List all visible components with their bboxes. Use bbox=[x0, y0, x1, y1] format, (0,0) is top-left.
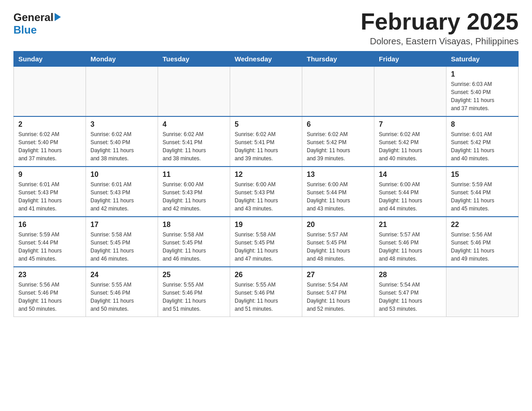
day-info: Sunrise: 5:59 AM Sunset: 5:44 PM Dayligh… bbox=[451, 180, 514, 213]
calendar-day-cell: 4Sunrise: 6:02 AM Sunset: 5:41 PM Daylig… bbox=[158, 116, 230, 167]
day-info: Sunrise: 6:00 AM Sunset: 5:44 PM Dayligh… bbox=[307, 180, 369, 213]
day-info: Sunrise: 5:54 AM Sunset: 5:47 PM Dayligh… bbox=[307, 281, 369, 313]
calendar-day-cell: 19Sunrise: 5:58 AM Sunset: 5:45 PM Dayli… bbox=[230, 217, 302, 267]
calendar-title: February 2025 bbox=[360, 9, 519, 34]
day-number: 1 bbox=[451, 70, 514, 78]
day-info: Sunrise: 6:02 AM Sunset: 5:42 PM Dayligh… bbox=[307, 130, 369, 163]
header-sunday: Sunday bbox=[14, 51, 86, 67]
calendar-day-cell: 3Sunrise: 6:02 AM Sunset: 5:40 PM Daylig… bbox=[86, 116, 158, 167]
header-monday: Monday bbox=[86, 51, 158, 67]
day-number: 11 bbox=[163, 171, 225, 179]
day-number: 19 bbox=[235, 221, 297, 229]
calendar-week-row: 1Sunrise: 6:03 AM Sunset: 5:40 PM Daylig… bbox=[14, 67, 519, 117]
day-info: Sunrise: 6:02 AM Sunset: 5:42 PM Dayligh… bbox=[379, 130, 442, 163]
day-info: Sunrise: 6:02 AM Sunset: 5:41 PM Dayligh… bbox=[163, 130, 225, 163]
calendar-day-cell: 14Sunrise: 6:00 AM Sunset: 5:44 PM Dayli… bbox=[374, 167, 446, 217]
day-info: Sunrise: 5:59 AM Sunset: 5:44 PM Dayligh… bbox=[18, 231, 81, 263]
logo-blue: Blue bbox=[13, 24, 37, 36]
calendar-week-row: 2Sunrise: 6:02 AM Sunset: 5:40 PM Daylig… bbox=[14, 116, 519, 167]
calendar-day-cell bbox=[302, 67, 374, 117]
calendar-day-cell bbox=[14, 67, 86, 117]
calendar-day-cell: 27Sunrise: 5:54 AM Sunset: 5:47 PM Dayli… bbox=[302, 267, 374, 317]
header-tuesday: Tuesday bbox=[158, 51, 230, 67]
day-number: 10 bbox=[90, 171, 153, 179]
day-info: Sunrise: 5:54 AM Sunset: 5:47 PM Dayligh… bbox=[379, 281, 442, 313]
calendar-day-cell bbox=[446, 267, 519, 317]
calendar-day-cell: 7Sunrise: 6:02 AM Sunset: 5:42 PM Daylig… bbox=[374, 116, 446, 167]
day-number: 14 bbox=[379, 171, 442, 179]
calendar-day-cell: 13Sunrise: 6:00 AM Sunset: 5:44 PM Dayli… bbox=[302, 167, 374, 217]
day-number: 17 bbox=[90, 221, 153, 229]
calendar-day-cell bbox=[230, 67, 302, 117]
header-saturday: Saturday bbox=[446, 51, 519, 67]
day-info: Sunrise: 6:02 AM Sunset: 5:41 PM Dayligh… bbox=[235, 130, 297, 163]
day-info: Sunrise: 6:01 AM Sunset: 5:42 PM Dayligh… bbox=[451, 130, 514, 163]
calendar-day-cell bbox=[158, 67, 230, 117]
calendar-week-row: 16Sunrise: 5:59 AM Sunset: 5:44 PM Dayli… bbox=[14, 217, 519, 267]
day-info: Sunrise: 6:00 AM Sunset: 5:44 PM Dayligh… bbox=[379, 180, 442, 213]
calendar-day-cell: 15Sunrise: 5:59 AM Sunset: 5:44 PM Dayli… bbox=[446, 167, 519, 217]
day-info: Sunrise: 5:55 AM Sunset: 5:46 PM Dayligh… bbox=[90, 281, 153, 313]
calendar-week-row: 9Sunrise: 6:01 AM Sunset: 5:43 PM Daylig… bbox=[14, 167, 519, 217]
calendar-day-cell: 17Sunrise: 5:58 AM Sunset: 5:45 PM Dayli… bbox=[86, 217, 158, 267]
day-info: Sunrise: 5:58 AM Sunset: 5:45 PM Dayligh… bbox=[235, 231, 297, 263]
calendar-day-cell: 9Sunrise: 6:01 AM Sunset: 5:43 PM Daylig… bbox=[14, 167, 86, 217]
day-number: 7 bbox=[379, 120, 442, 128]
logo: General Blue bbox=[13, 9, 61, 36]
day-number: 24 bbox=[90, 271, 153, 279]
day-number: 16 bbox=[18, 221, 81, 229]
calendar-day-cell: 18Sunrise: 5:58 AM Sunset: 5:45 PM Dayli… bbox=[158, 217, 230, 267]
day-number: 12 bbox=[235, 171, 297, 179]
calendar-day-cell bbox=[374, 67, 446, 117]
day-number: 4 bbox=[163, 120, 225, 128]
calendar-day-cell: 23Sunrise: 5:56 AM Sunset: 5:46 PM Dayli… bbox=[14, 267, 86, 317]
day-info: Sunrise: 6:01 AM Sunset: 5:43 PM Dayligh… bbox=[18, 180, 81, 213]
day-number: 9 bbox=[18, 171, 81, 179]
day-info: Sunrise: 5:58 AM Sunset: 5:45 PM Dayligh… bbox=[90, 231, 153, 263]
day-info: Sunrise: 5:55 AM Sunset: 5:46 PM Dayligh… bbox=[163, 281, 225, 313]
calendar-day-cell: 1Sunrise: 6:03 AM Sunset: 5:40 PM Daylig… bbox=[446, 67, 519, 117]
calendar-day-cell: 16Sunrise: 5:59 AM Sunset: 5:44 PM Dayli… bbox=[14, 217, 86, 267]
day-number: 23 bbox=[18, 271, 81, 279]
day-info: Sunrise: 5:57 AM Sunset: 5:46 PM Dayligh… bbox=[379, 231, 442, 263]
day-number: 8 bbox=[451, 120, 514, 128]
day-info: Sunrise: 5:55 AM Sunset: 5:46 PM Dayligh… bbox=[235, 281, 297, 313]
day-number: 25 bbox=[163, 271, 225, 279]
day-info: Sunrise: 6:00 AM Sunset: 5:43 PM Dayligh… bbox=[163, 180, 225, 213]
header-thursday: Thursday bbox=[302, 51, 374, 67]
day-info: Sunrise: 5:56 AM Sunset: 5:46 PM Dayligh… bbox=[451, 231, 514, 263]
day-info: Sunrise: 5:56 AM Sunset: 5:46 PM Dayligh… bbox=[18, 281, 81, 313]
day-info: Sunrise: 5:58 AM Sunset: 5:45 PM Dayligh… bbox=[163, 231, 225, 263]
day-number: 28 bbox=[379, 271, 442, 279]
day-info: Sunrise: 6:01 AM Sunset: 5:43 PM Dayligh… bbox=[90, 180, 153, 213]
calendar-day-cell: 6Sunrise: 6:02 AM Sunset: 5:42 PM Daylig… bbox=[302, 116, 374, 167]
day-info: Sunrise: 6:03 AM Sunset: 5:40 PM Dayligh… bbox=[451, 80, 514, 112]
day-number: 21 bbox=[379, 221, 442, 229]
calendar-day-cell: 21Sunrise: 5:57 AM Sunset: 5:46 PM Dayli… bbox=[374, 217, 446, 267]
day-number: 3 bbox=[90, 120, 153, 128]
page-header: General Blue February 2025 Dolores, East… bbox=[13, 9, 519, 47]
header-friday: Friday bbox=[374, 51, 446, 67]
calendar-day-cell bbox=[86, 67, 158, 117]
day-info: Sunrise: 6:02 AM Sunset: 5:40 PM Dayligh… bbox=[90, 130, 153, 163]
calendar-day-cell: 5Sunrise: 6:02 AM Sunset: 5:41 PM Daylig… bbox=[230, 116, 302, 167]
calendar-subtitle: Dolores, Eastern Visayas, Philippines bbox=[360, 36, 519, 47]
day-number: 5 bbox=[235, 120, 297, 128]
calendar-day-cell: 22Sunrise: 5:56 AM Sunset: 5:46 PM Dayli… bbox=[446, 217, 519, 267]
day-number: 15 bbox=[451, 171, 514, 179]
calendar-table: SundayMondayTuesdayWednesdayThursdayFrid… bbox=[13, 51, 519, 317]
header-wednesday: Wednesday bbox=[230, 51, 302, 67]
calendar-week-row: 23Sunrise: 5:56 AM Sunset: 5:46 PM Dayli… bbox=[14, 267, 519, 317]
day-number: 6 bbox=[307, 120, 369, 128]
day-number: 27 bbox=[307, 271, 369, 279]
logo-general: General bbox=[13, 11, 53, 24]
title-section: February 2025 Dolores, Eastern Visayas, … bbox=[360, 9, 519, 47]
day-number: 18 bbox=[163, 221, 225, 229]
day-number: 13 bbox=[307, 171, 369, 179]
day-info: Sunrise: 5:57 AM Sunset: 5:45 PM Dayligh… bbox=[307, 231, 369, 263]
calendar-day-cell: 10Sunrise: 6:01 AM Sunset: 5:43 PM Dayli… bbox=[86, 167, 158, 217]
day-number: 26 bbox=[235, 271, 297, 279]
day-number: 20 bbox=[307, 221, 369, 229]
calendar-day-cell: 24Sunrise: 5:55 AM Sunset: 5:46 PM Dayli… bbox=[86, 267, 158, 317]
calendar-day-cell: 28Sunrise: 5:54 AM Sunset: 5:47 PM Dayli… bbox=[374, 267, 446, 317]
